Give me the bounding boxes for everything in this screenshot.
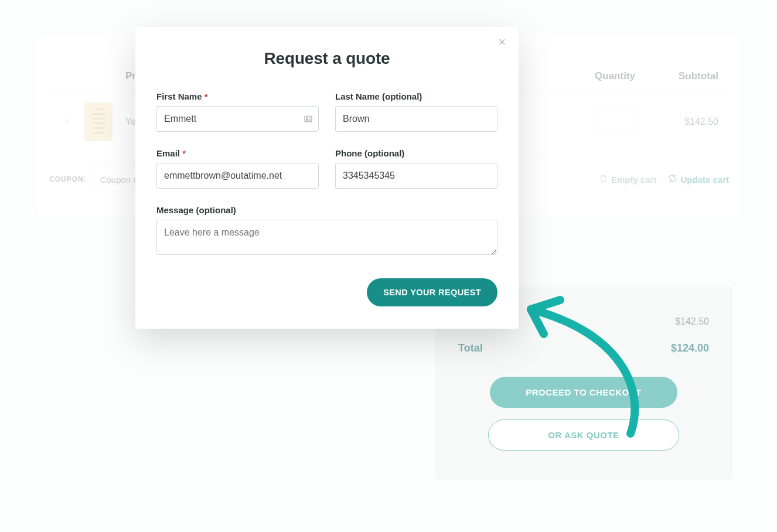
email-input[interactable] — [156, 163, 319, 189]
coupon-label: COUPON: — [49, 175, 87, 183]
total-value: $124.00 — [671, 342, 709, 354]
update-cart-label: Update cart — [680, 175, 729, 185]
last-name-label: Last Name (optional) — [335, 91, 497, 101]
email-field-wrapper: Email * — [156, 148, 319, 189]
request-quote-modal: × Request a quote First Name * Last Name… — [135, 27, 519, 329]
empty-cart-label: Empty cart — [611, 175, 657, 185]
ask-quote-button[interactable]: OR ASK QUOTE — [488, 420, 679, 451]
quantity-stepper[interactable] — [598, 109, 635, 132]
close-icon[interactable]: × — [495, 35, 509, 49]
last-name-field-wrapper: Last Name (optional) — [335, 91, 497, 132]
product-thumbnail[interactable] — [84, 103, 113, 141]
phone-label: Phone (optional) — [335, 148, 497, 158]
first-name-field-wrapper: First Name * — [156, 91, 319, 132]
phone-field-wrapper: Phone (optional) — [335, 148, 497, 189]
email-label: Email * — [156, 148, 319, 158]
first-name-input[interactable] — [156, 106, 319, 132]
first-name-label: First Name * — [156, 91, 319, 101]
row-subtotal: $142.50 — [635, 117, 729, 127]
remove-item-icon[interactable]: × — [64, 117, 69, 127]
checkout-button[interactable]: PROCEED TO CHECKOUT — [490, 377, 677, 408]
subtotal-value: $142.50 — [675, 316, 709, 327]
message-field-wrapper: Message (optional) — [156, 205, 497, 257]
empty-cart-button[interactable]: Empty cart — [599, 174, 657, 185]
message-label: Message (optional) — [156, 205, 497, 215]
phone-input[interactable] — [335, 163, 497, 189]
modal-title: Request a quote — [156, 49, 497, 68]
update-cart-button[interactable]: Update cart — [668, 174, 729, 185]
contact-card-icon — [304, 114, 313, 124]
last-name-input[interactable] — [335, 106, 497, 132]
col-header-subtotal: Subtotal — [635, 70, 729, 82]
svg-point-1 — [306, 118, 308, 120]
trash-icon — [599, 174, 608, 185]
refresh-icon — [668, 174, 677, 185]
total-label: Total — [458, 342, 483, 354]
send-request-button[interactable]: SEND YOUR REQUEST — [367, 278, 497, 306]
message-textarea[interactable] — [156, 220, 497, 255]
